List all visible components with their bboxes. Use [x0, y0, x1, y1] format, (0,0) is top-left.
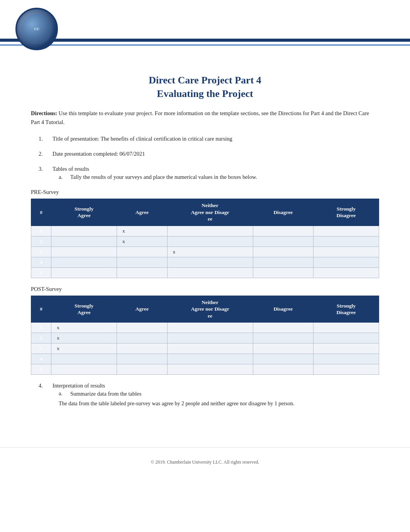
post-r5-sd	[313, 364, 379, 375]
post-r5-sa	[51, 364, 117, 375]
pre-survey-label: PRE-Survey	[31, 189, 379, 195]
post-r2-sa: x	[51, 333, 117, 343]
pre-r2-num: 2	[31, 236, 51, 246]
post-r1-sa: x	[51, 323, 117, 333]
item-1-num: 1.	[39, 136, 49, 142]
pre-th-da: Disagree	[253, 199, 313, 226]
post-survey-table-wrapper: # StronglyAgree Agree NeitherAgree nor D…	[31, 296, 379, 375]
header-bar-bottom	[0, 44, 410, 46]
pre-r2-ag: x	[117, 236, 167, 246]
item-3a: a. Tally the results of your surveys and…	[59, 174, 379, 180]
post-r3-sd	[313, 343, 379, 354]
pre-r4-da	[253, 257, 313, 267]
post-row-5: 5	[31, 364, 379, 375]
post-row-3: 3 x	[31, 343, 379, 354]
post-row-4: 4	[31, 354, 379, 364]
pre-row-4: 4	[31, 257, 379, 267]
item-3a-text: Tally the results of your surveys and pl…	[70, 174, 257, 180]
pre-th-ag: Agree	[117, 199, 167, 226]
post-r5-da	[253, 364, 313, 375]
interp-sublist: a. Summarize data from the tables	[59, 391, 379, 397]
post-r5-ag	[117, 364, 167, 375]
main-content: Direct Care Project Part 4 Evaluating th…	[0, 62, 410, 432]
post-r2-da	[253, 333, 313, 343]
pre-th-sa: StronglyAgree	[51, 199, 117, 226]
interp-item: 4. Interpretation of results a. Summariz…	[39, 382, 379, 408]
interp-sub-a: a. Summarize data from the tables	[59, 391, 379, 397]
interp-a-letter: a.	[59, 391, 67, 397]
logo-text: CU	[34, 27, 39, 31]
pre-r4-sa	[51, 257, 117, 267]
pre-r3-ag	[117, 246, 167, 257]
pre-r1-sd	[313, 226, 379, 236]
post-r1-sd	[313, 323, 379, 333]
post-r3-num: 3	[31, 343, 51, 354]
logo-inner: CU	[21, 14, 52, 44]
post-r4-sd	[313, 354, 379, 364]
footer: © 2019. Chamberlain University LLC. All …	[0, 447, 410, 473]
pre-r3-da	[253, 246, 313, 257]
pre-th-hash: #	[31, 199, 51, 226]
pre-th-na: NeitherAgree nor Disagree	[167, 199, 253, 226]
post-row-1: 1 x	[31, 323, 379, 333]
pre-r2-sd	[313, 236, 379, 246]
pre-row-3: 3 x	[31, 246, 379, 257]
item-2-num: 2.	[39, 151, 49, 157]
pre-r1-ag: x	[117, 226, 167, 236]
post-survey-label: POST-Survey	[31, 286, 379, 292]
pre-r1-da	[253, 226, 313, 236]
interp-num: 4.	[39, 382, 49, 389]
post-r5-na	[167, 364, 253, 375]
pre-row-2: 2 x	[31, 236, 379, 246]
pre-r3-na: x	[167, 246, 253, 257]
post-r2-ag	[117, 333, 167, 343]
pre-r2-sa	[51, 236, 117, 246]
post-th-hash: #	[31, 296, 51, 323]
pre-r4-ag	[117, 257, 167, 267]
post-r4-ag	[117, 354, 167, 364]
post-th-sa: StronglyAgree	[51, 296, 117, 323]
post-r1-da	[253, 323, 313, 333]
item-1-text: Title of presentation: The benefits of c…	[53, 136, 232, 142]
page-title: Direct Care Project Part 4 Evaluating th…	[31, 73, 379, 100]
pre-row-5: 5	[31, 267, 379, 278]
post-r1-ag	[117, 323, 167, 333]
pre-r3-sa	[51, 246, 117, 257]
item-3a-letter: a.	[59, 174, 67, 180]
item-3-num: 3.	[39, 166, 49, 172]
post-th-na: NeitherAgree nor Disagree	[167, 296, 253, 323]
post-row-2: 2 x	[31, 333, 379, 343]
post-r2-na	[167, 333, 253, 343]
pre-r5-ag	[117, 267, 167, 278]
pre-survey-table-wrapper: # StronglyAgree Agree NeitherAgree nor D…	[31, 199, 379, 278]
interp-label: Interpretation of results	[53, 382, 105, 389]
post-th-sd: StronglyDisagree	[313, 296, 379, 323]
list-item-3: 3. Tables of results a. Tally the result…	[39, 166, 379, 180]
list-item-1: 1. Title of presentation: The benefits o…	[39, 136, 379, 142]
post-r3-da	[253, 343, 313, 354]
post-r4-na	[167, 354, 253, 364]
post-th-da: Disagree	[253, 296, 313, 323]
pre-r5-sd	[313, 267, 379, 278]
item-2-text: Date presentation completed: 06/07/2021	[53, 151, 145, 157]
post-r3-ag	[117, 343, 167, 354]
post-th-ag: Agree	[117, 296, 167, 323]
numbered-list: 1. Title of presentation: The benefits o…	[39, 136, 379, 180]
pre-r4-num: 4	[31, 257, 51, 267]
pre-survey-table: # StronglyAgree Agree NeitherAgree nor D…	[31, 199, 379, 278]
pre-r5-num: 5	[31, 267, 51, 278]
post-r1-na	[167, 323, 253, 333]
pre-row-1: 1 x	[31, 226, 379, 236]
pre-r1-num: 1	[31, 226, 51, 236]
post-r2-num: 2	[31, 333, 51, 343]
directions-block: Directions: Use this template to evaluat…	[31, 109, 379, 126]
pre-r5-da	[253, 267, 313, 278]
post-r4-da	[253, 354, 313, 364]
post-r4-num: 4	[31, 354, 51, 364]
item-3-text: Tables of results	[53, 166, 89, 172]
pre-th-sd: StronglyDisagree	[313, 199, 379, 226]
post-r1-num: 1	[31, 323, 51, 333]
directions-label: Directions:	[31, 110, 57, 116]
pre-r1-na	[167, 226, 253, 236]
post-r3-na	[167, 343, 253, 354]
